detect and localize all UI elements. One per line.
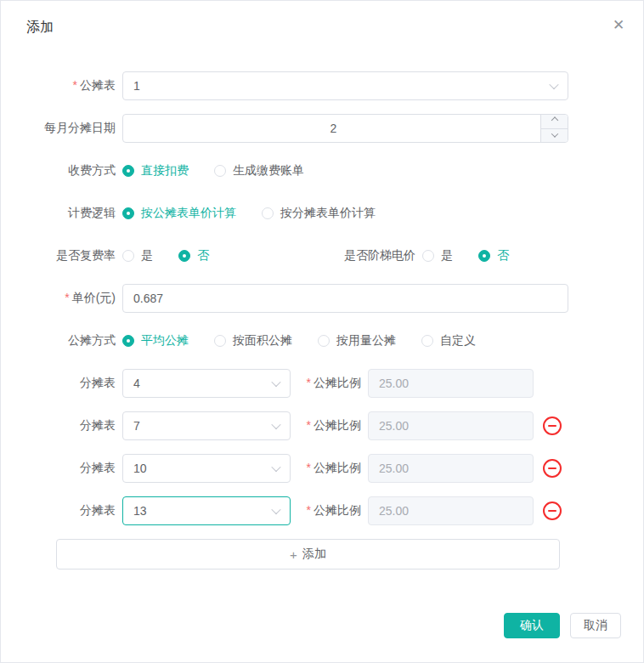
radio-logic-by-share-table[interactable]: 按公摊表单价计算	[122, 206, 236, 221]
allocation-table-label: 分摊表	[26, 418, 116, 434]
radio-share-average[interactable]: 平均公摊	[122, 333, 189, 348]
allocation-row: 分摊表 10 *公摊比例	[26, 454, 643, 483]
chevron-down-icon	[271, 377, 280, 387]
allocation-table-label: 分摊表	[26, 376, 116, 391]
row-monthly-share-date: 每月分摊日期	[26, 114, 643, 143]
required-asterisk: *	[307, 376, 311, 389]
spinner-up-button[interactable]	[541, 115, 568, 128]
row-share-method: 公摊方式 平均公摊 按面积公摊 按用量公摊 自定义	[26, 326, 643, 355]
multi-rate-label: 是否复费率	[26, 248, 116, 264]
allocation-table-select[interactable]: 13	[122, 496, 291, 525]
plus-icon: +	[290, 547, 297, 562]
allocation-row: 分摊表 13 *公摊比例	[26, 496, 643, 525]
ratio-label: *公摊比例	[297, 376, 361, 391]
radio-multi-rate-yes[interactable]: 是	[122, 248, 153, 264]
ratio-label: *公摊比例	[297, 418, 361, 434]
remove-row-icon[interactable]	[543, 416, 562, 435]
remove-row-icon[interactable]	[543, 459, 562, 478]
radio-label: 否	[497, 248, 509, 264]
tiered-price-label: 是否阶梯电价	[344, 248, 415, 264]
radio-label: 按面积公摊	[233, 333, 292, 348]
required-asterisk: *	[307, 503, 311, 517]
radio-label: 是	[441, 248, 453, 264]
allocation-table-select[interactable]: 7	[122, 411, 291, 440]
monthly-share-date-input[interactable]	[122, 114, 568, 143]
radio-share-by-usage[interactable]: 按用量公摊	[318, 333, 396, 348]
allocation-table-value: 7	[133, 419, 140, 433]
unit-price-label: *单价(元)	[26, 291, 116, 306]
radio-label: 平均公摊	[141, 333, 189, 348]
share-table-select[interactable]: 1	[122, 71, 568, 100]
add-row-label: 添加	[302, 547, 326, 562]
add-dialog: 添加 ✕ *公摊表 1 每月分摊日期 收费方式	[0, 0, 644, 663]
ratio-input[interactable]	[368, 496, 534, 525]
ratio-input[interactable]	[368, 369, 534, 398]
unit-price-input[interactable]	[122, 284, 568, 313]
add-form: *公摊表 1 每月分摊日期 收费方式 直接扣费	[1, 71, 643, 570]
radio-checked-icon	[122, 207, 134, 219]
radio-label: 是	[141, 248, 153, 264]
radio-logic-by-alloc-table[interactable]: 按分摊表单价计算	[262, 206, 376, 221]
row-charge-method: 收费方式 直接扣费 生成缴费账单	[26, 156, 643, 185]
radio-label: 自定义	[440, 333, 476, 348]
ratio-input[interactable]	[368, 454, 534, 483]
radio-label: 生成缴费账单	[233, 163, 304, 178]
radio-label: 按公摊表单价计算	[141, 206, 236, 221]
number-spinner	[540, 115, 568, 142]
remove-row-icon[interactable]	[543, 502, 562, 520]
allocation-table-label: 分摊表	[26, 461, 116, 476]
radio-unchecked-icon	[262, 207, 274, 219]
share-table-label: *公摊表	[26, 78, 116, 94]
allocation-table-select[interactable]: 4	[122, 369, 291, 398]
confirm-button[interactable]: 确认	[504, 613, 560, 638]
allocation-table-value: 10	[133, 462, 147, 475]
allocation-table-label: 分摊表	[26, 503, 116, 518]
radio-unchecked-icon	[421, 335, 433, 347]
required-asterisk: *	[307, 418, 311, 432]
radio-charge-bill[interactable]: 生成缴费账单	[214, 163, 304, 178]
dialog-footer: 确认 取消	[504, 613, 621, 638]
tiered-price-group: 是否阶梯电价 是 否	[344, 248, 509, 264]
radio-label: 否	[197, 248, 209, 264]
allocation-table-value: 4	[133, 377, 140, 390]
share-method-label: 公摊方式	[26, 333, 116, 348]
monthly-share-date-stepper	[122, 114, 568, 143]
billing-logic-label: 计费逻辑	[26, 206, 116, 221]
required-asterisk: *	[307, 461, 311, 474]
ratio-label: *公摊比例	[297, 461, 361, 476]
radio-share-custom[interactable]: 自定义	[421, 333, 476, 348]
allocation-row: 分摊表 7 *公摊比例	[26, 411, 643, 440]
chevron-down-icon	[271, 462, 280, 472]
allocation-table-value: 13	[133, 504, 147, 518]
radio-label: 直接扣费	[141, 163, 189, 178]
chevron-down-icon	[271, 505, 280, 514]
radio-multi-rate-no[interactable]: 否	[178, 248, 209, 264]
radio-tiered-no[interactable]: 否	[478, 248, 509, 264]
add-row-button[interactable]: + 添加	[56, 539, 560, 570]
radio-label: 按用量公摊	[336, 333, 396, 348]
radio-share-by-area[interactable]: 按面积公摊	[214, 333, 292, 348]
dialog-header: 添加	[1, 1, 643, 37]
row-unit-price: *单价(元)	[26, 284, 643, 313]
row-billing-logic: 计费逻辑 按公摊表单价计算 按分摊表单价计算	[26, 199, 643, 228]
monthly-share-date-label: 每月分摊日期	[26, 121, 116, 136]
spinner-down-button[interactable]	[541, 128, 568, 143]
allocation-table-select[interactable]: 10	[122, 454, 291, 483]
close-icon[interactable]: ✕	[611, 18, 626, 33]
radio-unchecked-icon	[422, 250, 434, 262]
dialog-title: 添加	[26, 20, 54, 34]
radio-tiered-yes[interactable]: 是	[422, 248, 453, 264]
ratio-input[interactable]	[368, 411, 534, 440]
radio-charge-direct[interactable]: 直接扣费	[122, 163, 189, 178]
radio-checked-icon	[478, 250, 490, 262]
radio-unchecked-icon	[122, 250, 134, 262]
radio-unchecked-icon	[318, 335, 330, 347]
chevron-down-icon	[271, 420, 280, 429]
allocation-row: 分摊表 4 *公摊比例	[26, 369, 643, 398]
ratio-label: *公摊比例	[297, 503, 361, 518]
row-rate-flags: 是否复费率 是 否 是否阶梯电价 是 否	[26, 241, 643, 270]
radio-checked-icon	[178, 250, 190, 262]
cancel-button[interactable]: 取消	[570, 613, 621, 638]
chevron-down-icon	[551, 131, 557, 138]
radio-checked-icon	[122, 335, 134, 347]
